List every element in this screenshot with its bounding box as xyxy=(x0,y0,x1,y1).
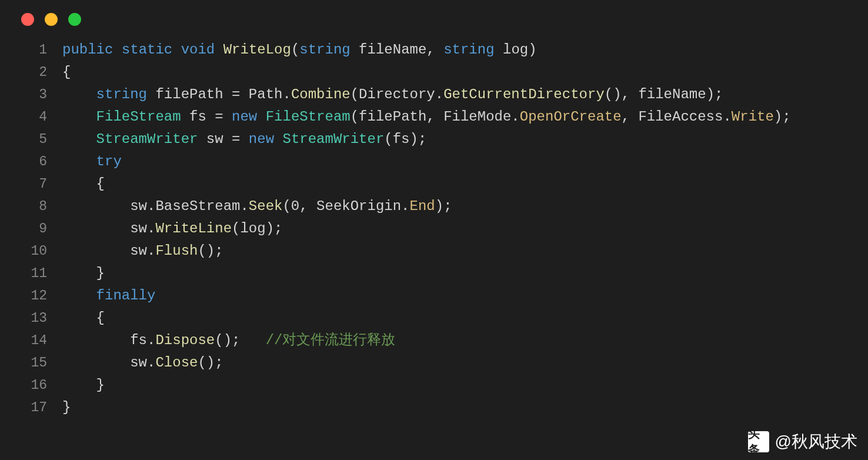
code-content: try xyxy=(62,151,122,173)
code-line: 14 fs.Dispose(); //对文件流进行释放 xyxy=(21,329,868,352)
line-number: 17 xyxy=(21,396,47,419)
code-line: 12 finally xyxy=(21,285,868,307)
code-content: sw.Flush(); xyxy=(62,240,223,262)
code-editor: 1 public static void WriteLog(string fil… xyxy=(0,26,868,419)
code-line: 9 sw.WriteLine(log); xyxy=(21,218,868,240)
code-line: 10 sw.Flush(); xyxy=(21,240,868,262)
close-icon[interactable] xyxy=(21,13,34,26)
code-content: sw.BaseStream.Seek(0, SeekOrigin.End); xyxy=(62,195,452,218)
code-content: sw.Close(); xyxy=(62,352,223,374)
code-content: string filePath = Path.Combine(Directory… xyxy=(62,84,723,106)
code-line: 8 sw.BaseStream.Seek(0, SeekOrigin.End); xyxy=(21,195,868,218)
watermark: 头条 @秋风技术 xyxy=(748,431,857,453)
code-line: 16 } xyxy=(21,374,868,396)
line-number: 12 xyxy=(21,285,47,307)
code-line: 5 StreamWriter sw = new StreamWriter(fs)… xyxy=(21,128,868,151)
code-content: sw.WriteLine(log); xyxy=(62,218,282,240)
line-number: 13 xyxy=(21,307,47,329)
code-content: fs.Dispose(); //对文件流进行释放 xyxy=(62,329,396,352)
code-line: 15 sw.Close(); xyxy=(21,352,868,374)
line-number: 6 xyxy=(21,151,47,173)
code-line: 7 { xyxy=(21,173,868,195)
code-content: } xyxy=(62,396,71,419)
code-content: { xyxy=(62,173,105,195)
code-line: 1 public static void WriteLog(string fil… xyxy=(21,39,868,61)
line-number: 9 xyxy=(21,218,47,240)
line-number: 4 xyxy=(21,106,47,128)
line-number: 14 xyxy=(21,329,47,352)
code-line: 3 string filePath = Path.Combine(Directo… xyxy=(21,84,868,106)
line-number: 15 xyxy=(21,352,47,374)
code-line: 13 { xyxy=(21,307,868,329)
code-content: { xyxy=(62,307,105,329)
code-content: } xyxy=(62,374,105,396)
watermark-text: @秋风技术 xyxy=(775,431,857,453)
maximize-icon[interactable] xyxy=(68,13,81,26)
code-content: StreamWriter sw = new StreamWriter(fs); xyxy=(62,128,426,151)
line-number: 2 xyxy=(21,61,47,84)
line-number: 5 xyxy=(21,128,47,151)
line-number: 1 xyxy=(21,39,47,61)
code-line: 17 } xyxy=(21,396,868,419)
code-content: } xyxy=(62,262,105,285)
line-number: 3 xyxy=(21,84,47,106)
line-number: 16 xyxy=(21,374,47,396)
line-number: 7 xyxy=(21,173,47,195)
code-content: FileStream fs = new FileStream(filePath,… xyxy=(62,106,791,128)
line-number: 8 xyxy=(21,195,47,218)
line-number: 10 xyxy=(21,240,47,262)
line-number: 11 xyxy=(21,262,47,285)
watermark-icon: 头条 xyxy=(748,431,769,452)
code-content: public static void WriteLog(string fileN… xyxy=(62,39,537,61)
code-line: 2 { xyxy=(21,61,868,84)
code-line: 6 try xyxy=(21,151,868,173)
window-controls xyxy=(0,0,868,26)
code-line: 11 } xyxy=(21,262,868,285)
code-line: 4 FileStream fs = new FileStream(filePat… xyxy=(21,106,868,128)
code-content: finally xyxy=(62,285,155,307)
code-content: { xyxy=(62,61,71,84)
minimize-icon[interactable] xyxy=(45,13,58,26)
